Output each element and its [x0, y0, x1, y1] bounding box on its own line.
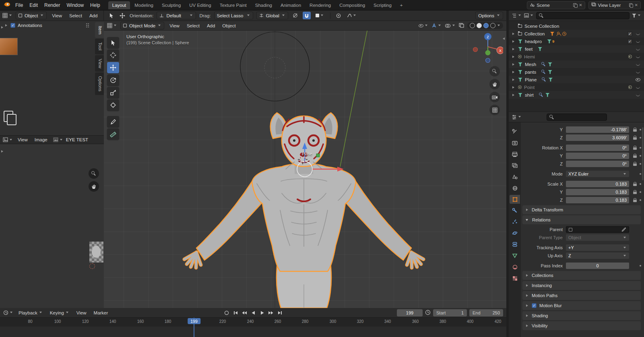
tab-tool[interactable]	[510, 127, 520, 136]
current-frame-badge[interactable]: 199	[188, 318, 200, 324]
workspace-tab-layout[interactable]: Layout	[108, 1, 130, 9]
rotate-tool[interactable]	[107, 74, 119, 86]
workspace-tab-scripting[interactable]: Scripting	[369, 1, 396, 9]
animate-dot-icon[interactable]	[640, 163, 641, 165]
tab-physics[interactable]	[510, 229, 520, 238]
panel-instancing[interactable]: Instancing	[522, 281, 641, 290]
visibility-dropdown[interactable]	[419, 24, 428, 27]
outliner-row-scene-collection[interactable]: Scene Collection	[509, 22, 644, 30]
transform-tool[interactable]	[107, 99, 119, 111]
workspace-tab-animation[interactable]: Animation	[277, 1, 305, 9]
scene-selector[interactable]: Scene ✕	[527, 1, 585, 9]
outliner-row-shirt[interactable]: shirt	[509, 91, 644, 99]
animate-dot-icon[interactable]	[640, 173, 641, 175]
menu-help[interactable]: Help	[87, 1, 103, 9]
blender-logo-icon[interactable]	[3, 2, 10, 8]
play-button[interactable]	[258, 309, 266, 316]
sidebar-tab-options[interactable]: Options	[95, 72, 104, 95]
menu-view[interactable]: View	[50, 12, 64, 19]
region-expand-arrow-icon[interactable]	[1, 150, 4, 153]
tab-object-data[interactable]	[510, 251, 520, 260]
menu-render[interactable]: Render	[41, 1, 63, 9]
animate-dot-icon[interactable]	[640, 155, 641, 157]
expand-arrow-icon[interactable]	[512, 78, 515, 81]
lock-icon[interactable]	[633, 182, 637, 186]
expand-arrow-icon[interactable]	[5, 24, 8, 27]
expand-arrow-icon[interactable]	[512, 55, 515, 58]
outliner-row-point[interactable]: Point	[509, 83, 644, 91]
sidebar-tab-item[interactable]: Item	[95, 22, 104, 38]
workspace-tab-texture-paint[interactable]: Texture Paint	[216, 1, 251, 9]
hide-eye-icon[interactable]	[636, 48, 640, 50]
add-workspace-button[interactable]: +	[396, 1, 407, 9]
toggle-grid-button[interactable]	[489, 105, 500, 115]
viewport-canvas[interactable]	[104, 21, 506, 308]
tab-texture[interactable]	[510, 274, 520, 283]
editor-type-icon[interactable]	[107, 23, 117, 28]
rendered-shading-icon[interactable]	[490, 23, 495, 28]
sidebar-tab-tool[interactable]: Tool	[95, 39, 104, 54]
viewport-menu-select[interactable]: Select	[185, 23, 202, 29]
outliner-row-plane[interactable]: Plane	[509, 76, 644, 83]
image-menu-image[interactable]: Image	[33, 136, 50, 143]
lock-icon[interactable]	[633, 136, 637, 140]
menu-marker[interactable]: Marker	[92, 310, 110, 316]
properties-search-input[interactable]	[547, 114, 607, 121]
view-layer-selector[interactable]: View Layer ✕	[588, 1, 641, 9]
outliner-row-collection[interactable]: Collection	[509, 30, 644, 37]
expand-arrow-icon[interactable]	[512, 48, 515, 51]
panel-shading[interactable]: Shading	[522, 311, 641, 320]
scrollbar[interactable]	[642, 127, 644, 180]
display-mode-icon[interactable]	[524, 13, 534, 18]
rotation-z-field[interactable]: 0°	[566, 161, 629, 167]
drag-dropdown[interactable]: Select Lasso	[214, 12, 253, 19]
lock-icon[interactable]	[633, 198, 637, 202]
use-preview-range-icon[interactable]	[425, 310, 431, 316]
pan-button[interactable]	[489, 79, 500, 89]
workspace-tab-sculpting[interactable]: Sculpting	[158, 1, 185, 9]
scale-tool[interactable]	[107, 87, 119, 98]
show-eye-icon[interactable]	[636, 78, 640, 81]
move-tool-icon[interactable]	[118, 12, 126, 19]
eyedropper-icon[interactable]	[621, 227, 626, 232]
orientation-dropdown[interactable]: Default	[157, 12, 196, 19]
snap-magnet-icon[interactable]	[303, 12, 311, 19]
image-editor-type-icon[interactable]	[3, 137, 13, 142]
end-frame-field[interactable]: End250	[469, 309, 503, 316]
move-tool[interactable]	[107, 62, 119, 73]
filter-dropdown[interactable]	[632, 14, 641, 18]
location-z-field[interactable]: 3.6099'	[566, 134, 629, 141]
pass-index-field[interactable]: 0	[566, 263, 629, 269]
parent-field[interactable]	[566, 226, 629, 233]
auto-keying-button[interactable]	[223, 309, 231, 316]
timeline-track[interactable]	[0, 327, 506, 337]
menu-file[interactable]: File	[12, 1, 26, 9]
panel-motion-paths[interactable]: Motion Paths	[522, 291, 641, 300]
viewport-menu-add[interactable]: Add	[205, 23, 217, 29]
workspace-tab-uv-editing[interactable]: UV Editing	[185, 1, 215, 9]
proportional-editing-icon[interactable]	[334, 12, 343, 19]
outliner-row-headpro[interactable]: headpro 9	[509, 37, 644, 45]
cursor-tool[interactable]	[107, 50, 119, 61]
left-mode-dropdown[interactable]: Object	[16, 12, 47, 19]
remove-view-layer-icon[interactable]: ✕	[635, 3, 638, 7]
editor-type-icon[interactable]	[512, 115, 522, 120]
tab-scene[interactable]	[510, 172, 520, 181]
editor-type-icon[interactable]	[512, 13, 522, 18]
jump-to-start-button[interactable]	[231, 309, 239, 316]
tab-render[interactable]	[510, 139, 520, 147]
measure-tool[interactable]	[107, 128, 119, 140]
scale-y-field[interactable]: 0.183	[566, 189, 629, 195]
color-swatch[interactable]	[0, 38, 18, 55]
image-datablock-icon[interactable]	[53, 137, 63, 142]
menu-window[interactable]: Window	[63, 1, 87, 9]
tweak-tool-icon[interactable]	[107, 12, 115, 19]
tracking-axis-dropdown[interactable]: +Y	[566, 244, 629, 251]
animate-dot-icon[interactable]	[640, 147, 641, 149]
options-dropdown[interactable]: Options	[475, 12, 503, 19]
editor-type-icon[interactable]	[3, 310, 13, 315]
workspace-tab-shading[interactable]: Shading	[251, 1, 276, 9]
new-scene-icon[interactable]	[573, 3, 577, 7]
pivot-point-icon[interactable]	[291, 12, 299, 19]
scale-z-field[interactable]: 0.183	[566, 197, 629, 203]
